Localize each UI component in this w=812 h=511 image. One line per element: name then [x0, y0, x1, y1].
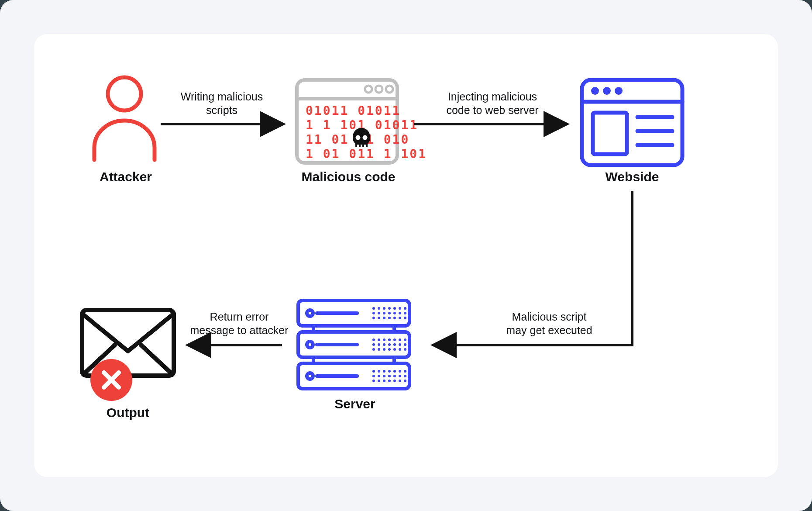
svg-point-36	[383, 312, 385, 314]
svg-point-92	[388, 380, 391, 382]
svg-point-11	[363, 135, 368, 140]
svg-point-64	[404, 343, 406, 346]
label-line: code to web server	[446, 104, 538, 116]
label-line: Malicious script	[512, 311, 587, 323]
svg-point-41	[372, 317, 375, 319]
svg-point-53	[383, 338, 385, 341]
svg-point-30	[388, 307, 391, 310]
svg-point-68	[388, 348, 391, 351]
output-icon	[82, 310, 174, 401]
svg-point-69	[393, 348, 396, 351]
svg-point-18	[603, 87, 611, 95]
svg-point-27	[372, 307, 375, 310]
svg-point-61	[388, 343, 391, 346]
svg-point-89	[372, 380, 375, 382]
svg-point-65	[372, 348, 375, 351]
svg-point-90	[378, 380, 380, 382]
svg-rect-12	[357, 145, 359, 148]
svg-point-43	[383, 317, 385, 319]
svg-point-37	[388, 312, 391, 314]
svg-point-46	[399, 317, 401, 319]
svg-point-47	[404, 317, 406, 319]
svg-point-78	[388, 370, 391, 373]
svg-point-19	[615, 87, 623, 95]
svg-point-25	[307, 310, 313, 316]
label-line: may get executed	[506, 324, 592, 336]
svg-point-31	[393, 307, 396, 310]
svg-point-0	[108, 77, 141, 110]
svg-point-82	[372, 375, 375, 377]
malicious-code-label: Malicious code	[292, 169, 405, 184]
svg-point-52	[378, 338, 380, 341]
svg-point-34	[372, 312, 375, 314]
label-line: scripts	[206, 104, 237, 116]
label-attacker-to-code: Writing malicious scripts	[161, 90, 283, 117]
svg-point-10	[356, 135, 361, 140]
svg-rect-14	[364, 145, 366, 148]
svg-point-66	[378, 348, 380, 351]
svg-text:1 01 011 1 101: 1 01 011 1 101	[306, 147, 427, 161]
svg-rect-13	[361, 145, 362, 148]
svg-point-79	[393, 370, 396, 373]
output-label: Output	[80, 405, 176, 420]
diagram-panel: 01011 01011 1 1 101 01011 11 01 11 010 1…	[34, 34, 778, 477]
website-icon	[582, 80, 682, 165]
label-line: Writing malicious	[181, 90, 263, 103]
svg-point-49	[307, 342, 313, 348]
svg-point-40	[404, 312, 406, 314]
svg-point-3	[365, 86, 372, 93]
svg-point-5	[386, 86, 393, 93]
label-code-to-website: Injecting malicious code to web server	[423, 90, 562, 117]
svg-point-51	[372, 338, 375, 341]
svg-point-28	[378, 307, 380, 310]
svg-text:01011 01011: 01011 01011	[306, 104, 401, 118]
svg-point-87	[399, 375, 401, 377]
svg-point-60	[383, 343, 385, 346]
svg-point-44	[388, 317, 391, 319]
svg-point-84	[383, 375, 385, 377]
attacker-icon	[94, 77, 155, 160]
svg-point-77	[383, 370, 385, 373]
svg-point-71	[404, 348, 406, 351]
svg-point-85	[388, 375, 391, 377]
svg-point-63	[399, 343, 401, 346]
svg-point-42	[378, 317, 380, 319]
svg-point-55	[393, 338, 396, 341]
svg-point-17	[591, 87, 599, 95]
label-line: Return error	[210, 311, 269, 323]
attacker-label: Attacker	[78, 169, 174, 184]
svg-rect-100	[82, 310, 174, 376]
svg-point-56	[399, 338, 401, 341]
outer-card: 01011 01011 1 1 101 01011 11 01 11 010 1…	[0, 0, 812, 511]
svg-point-33	[404, 307, 406, 310]
skull-icon	[353, 128, 370, 148]
svg-point-91	[383, 380, 385, 382]
server-label: Server	[300, 397, 409, 411]
server-icon	[298, 300, 409, 389]
svg-point-45	[393, 317, 396, 319]
svg-point-38	[393, 312, 396, 314]
svg-point-54	[388, 338, 391, 341]
svg-point-58	[372, 343, 375, 346]
svg-point-81	[404, 370, 406, 373]
svg-point-95	[404, 380, 406, 382]
svg-point-83	[378, 375, 380, 377]
svg-point-32	[399, 307, 401, 310]
svg-point-94	[399, 380, 401, 382]
label-website-to-server: Malicious script may get executed	[479, 310, 619, 338]
svg-point-4	[375, 86, 382, 93]
svg-point-76	[378, 370, 380, 373]
label-line: message to attacker	[190, 324, 288, 336]
svg-point-59	[378, 343, 380, 346]
svg-point-29	[383, 307, 385, 310]
svg-point-73	[307, 373, 313, 379]
svg-point-57	[404, 338, 406, 341]
svg-point-67	[383, 348, 385, 351]
website-label: Webside	[582, 169, 682, 184]
svg-point-39	[399, 312, 401, 314]
svg-point-86	[393, 375, 396, 377]
malicious-code-icon: 01011 01011 1 1 101 01011 11 01 11 010 1…	[297, 80, 427, 163]
label-server-to-output: Return error message to attacker	[182, 310, 296, 338]
svg-point-88	[404, 375, 406, 377]
label-line: Injecting malicious	[448, 90, 537, 103]
